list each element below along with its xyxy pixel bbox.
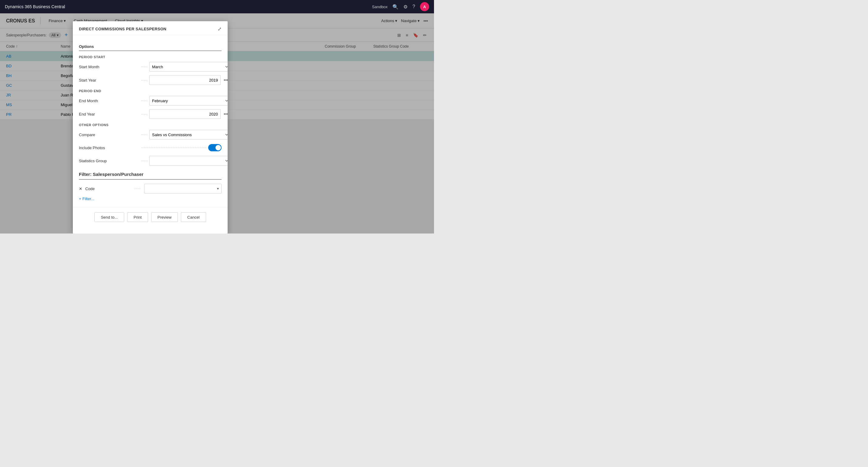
stats-group-select[interactable] xyxy=(149,156,228,166)
compare-control: Sales vs Commissions Commissions only Sa… xyxy=(149,130,228,139)
add-filter-btn[interactable]: + Filter... xyxy=(79,197,222,201)
search-icon[interactable]: 🔍 xyxy=(393,4,399,10)
end-month-select[interactable]: January February March April May June Ju… xyxy=(149,96,228,105)
modal-header: DIRECT COMMISSIONS PER SALESPERSON ⤢ xyxy=(73,21,228,35)
dots-end-year xyxy=(142,114,148,114)
filter-code-row: ✕ Code ▾ xyxy=(79,184,222,194)
end-month-control: January February March April May June Ju… xyxy=(149,96,228,105)
preview-button[interactable]: Preview xyxy=(151,212,178,222)
compare-label: Compare xyxy=(79,133,140,137)
dots-end-month xyxy=(142,101,148,101)
modal-dialog: DIRECT COMMISSIONS PER SALESPERSON ⤢ Opt… xyxy=(73,21,228,234)
start-month-label: Start Month xyxy=(79,65,140,69)
include-photos-toggle[interactable] xyxy=(208,144,222,151)
filter-section: Filter: Salesperson/Purchaser ✕ Code ▾ +… xyxy=(79,172,222,201)
dots-compare xyxy=(142,135,148,135)
send-to-button[interactable]: Send to... xyxy=(94,212,124,222)
expand-icon[interactable]: ⤢ xyxy=(218,26,222,32)
end-month-row: End Month January February March April M… xyxy=(79,96,222,105)
end-year-label: End Year xyxy=(79,112,140,116)
top-nav-right: Sandbox 🔍 ⚙ ? A xyxy=(372,2,429,11)
end-year-input[interactable] xyxy=(149,109,221,119)
dots-include-photos xyxy=(142,148,206,148)
start-month-row: Start Month January February March April… xyxy=(79,62,222,72)
modal-body: Options PERIOD START Start Month January… xyxy=(73,35,228,207)
dots-stats xyxy=(142,161,148,161)
start-year-more[interactable]: ••• xyxy=(222,78,228,82)
add-filter-icon: + xyxy=(79,197,81,201)
settings-icon[interactable]: ⚙ xyxy=(403,4,408,10)
stats-group-label: Statistics Group xyxy=(79,159,140,163)
print-button[interactable]: Print xyxy=(127,212,148,222)
start-year-control: ••• xyxy=(149,75,228,85)
options-heading: Options xyxy=(79,41,222,51)
help-icon[interactable]: ? xyxy=(412,4,415,9)
filter-heading: Filter: Salesperson/Purchaser xyxy=(79,172,222,179)
start-year-input[interactable] xyxy=(149,75,221,85)
period-start-heading: PERIOD START xyxy=(79,55,222,59)
filter-code-input-wrap[interactable]: ▾ xyxy=(144,184,222,194)
include-photos-row: Include Photos xyxy=(79,143,222,152)
avatar[interactable]: A xyxy=(420,2,429,11)
include-photos-control xyxy=(208,144,222,151)
toggle-knob xyxy=(215,145,221,151)
start-year-label: Start Year xyxy=(79,78,140,82)
main-area: CRONUS ES Finance ▾ Cash Management Clou… xyxy=(0,13,434,234)
other-options-heading: OTHER OPTIONS xyxy=(79,123,222,127)
sandbox-label: Sandbox xyxy=(372,5,388,9)
toggle-wrap xyxy=(208,144,222,151)
start-month-select[interactable]: January February March April May June Ju… xyxy=(149,62,228,72)
filter-remove-code[interactable]: ✕ xyxy=(79,187,82,191)
top-nav: Dynamics 365 Business Central Sandbox 🔍 … xyxy=(0,0,434,13)
filter-code-chevron[interactable]: ▾ xyxy=(217,187,219,191)
dots-start-month xyxy=(142,67,148,67)
modal-title: DIRECT COMMISSIONS PER SALESPERSON xyxy=(79,27,166,31)
start-year-row: Start Year ••• xyxy=(79,75,222,85)
start-month-control: January February March April May June Ju… xyxy=(149,62,228,72)
dots-start-year xyxy=(142,80,148,80)
end-month-label: End Month xyxy=(79,99,140,103)
filter-code-label: Code xyxy=(85,187,131,191)
end-year-control: ••• xyxy=(149,109,228,119)
end-year-more[interactable]: ••• xyxy=(222,111,228,116)
app-title: Dynamics 365 Business Central xyxy=(5,4,65,9)
include-photos-label: Include Photos xyxy=(79,145,140,150)
cancel-button[interactable]: Cancel xyxy=(181,212,206,222)
modal-footer: Send to... Print Preview Cancel xyxy=(73,207,228,227)
filter-dots xyxy=(134,189,141,189)
add-filter-label: Filter... xyxy=(83,197,94,201)
stats-group-control xyxy=(149,156,228,166)
period-end-heading: PERIOD END xyxy=(79,89,222,93)
compare-select[interactable]: Sales vs Commissions Commissions only Sa… xyxy=(149,130,228,139)
end-year-row: End Year ••• xyxy=(79,109,222,119)
statistics-group-row: Statistics Group xyxy=(79,156,222,166)
compare-row: Compare Sales vs Commissions Commissions… xyxy=(79,130,222,139)
